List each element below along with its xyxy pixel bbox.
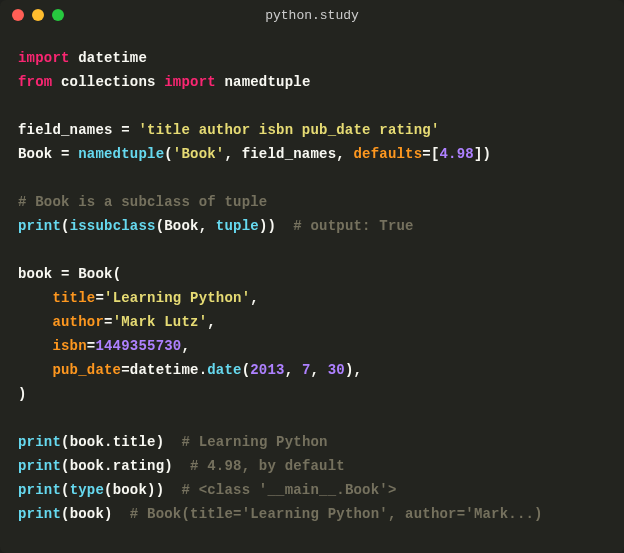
code-line: print(issubclass(Book, tuple)) # output:… — [18, 214, 606, 238]
code-line: book = Book( — [18, 262, 606, 286]
code-line: isbn=1449355730, — [18, 334, 606, 358]
blank-line — [18, 94, 606, 118]
blank-line — [18, 166, 606, 190]
blank-line — [18, 238, 606, 262]
code-line: author='Mark Lutz', — [18, 310, 606, 334]
code-area[interactable]: import datetimefrom collections import n… — [0, 30, 624, 542]
close-icon[interactable] — [12, 9, 24, 21]
code-line: # Book is a subclass of tuple — [18, 190, 606, 214]
maximize-icon[interactable] — [52, 9, 64, 21]
code-line: print(type(book)) # <class '__main__.Boo… — [18, 478, 606, 502]
traffic-lights — [12, 9, 64, 21]
code-line: pub_date=datetime.date(2013, 7, 30), — [18, 358, 606, 382]
code-line: Book = namedtuple('Book', field_names, d… — [18, 142, 606, 166]
code-line: print(book.rating) # 4.98, by default — [18, 454, 606, 478]
code-line: import datetime — [18, 46, 606, 70]
blank-line — [18, 406, 606, 430]
code-line: print(book.title) # Learning Python — [18, 430, 606, 454]
titlebar: python.study — [0, 0, 624, 30]
code-line: from collections import namedtuple — [18, 70, 606, 94]
code-line: ) — [18, 382, 606, 406]
editor-window: python.study import datetimefrom collect… — [0, 0, 624, 553]
code-line: print(book) # Book(title='Learning Pytho… — [18, 502, 606, 526]
code-line: title='Learning Python', — [18, 286, 606, 310]
window-title: python.study — [0, 8, 624, 23]
code-line: field_names = 'title author isbn pub_dat… — [18, 118, 606, 142]
minimize-icon[interactable] — [32, 9, 44, 21]
